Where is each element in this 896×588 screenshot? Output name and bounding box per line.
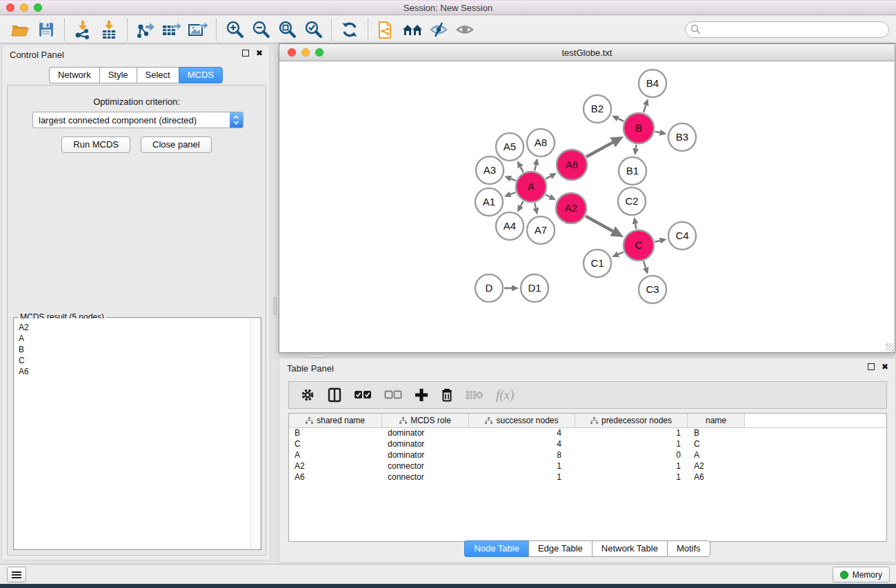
export-table-button[interactable] (159, 19, 185, 41)
zoom-out-button[interactable] (248, 19, 274, 41)
tab-mcds[interactable]: MCDS (179, 67, 223, 83)
graph-node-D1[interactable]: D1 (521, 274, 548, 302)
close-panel-icon[interactable]: ✖ (256, 50, 263, 57)
save-session-button[interactable] (33, 19, 59, 41)
export-image-button[interactable] (185, 19, 211, 41)
graph-node-B[interactable]: B (624, 113, 654, 143)
graph-node-A3[interactable]: A3 (476, 156, 504, 184)
mcds-result-item[interactable]: C (19, 355, 250, 366)
graph-edge-A-A7[interactable] (535, 203, 536, 207)
vertical-splitter-handle[interactable] (273, 297, 277, 315)
graph-edge-A-A1[interactable] (510, 192, 515, 194)
graph-edge-A-A3[interactable] (511, 179, 516, 181)
zoom-in-button[interactable] (221, 19, 248, 41)
column-header-predecessor-nodes[interactable]: predecessor nodes (575, 414, 688, 427)
result-scrollbar[interactable] (250, 318, 260, 549)
import-network-button[interactable] (70, 19, 96, 41)
show-columns-button[interactable] (328, 387, 341, 403)
network-canvas[interactable]: B4B2BB3A8A5A6A3B1AC2A1A2A4A7C4CC1DD1C3 (279, 61, 895, 352)
tab-style[interactable]: Style (99, 67, 137, 83)
graph-node-B2[interactable]: B2 (584, 95, 611, 123)
graph-node-C2[interactable]: C2 (618, 187, 646, 215)
table-row[interactable]: A6connector11A6 (289, 472, 886, 483)
column-header-shared-name[interactable]: shared name (289, 414, 382, 427)
graph-node-A8[interactable]: A8 (527, 129, 555, 156)
graph-edge-A-A2[interactable] (546, 194, 550, 196)
tab-node-table[interactable]: Node Table (464, 540, 528, 557)
graph-edge-B-B2[interactable] (618, 119, 624, 121)
run-mcds-button[interactable]: Run MCDS (61, 136, 130, 153)
tab-network[interactable]: Network (49, 67, 99, 83)
graph-edge-C-C2[interactable] (635, 224, 636, 230)
zoom-fit-button[interactable] (274, 19, 300, 41)
graph-node-C[interactable]: C (624, 230, 654, 261)
tab-edge-table[interactable]: Edge Table (528, 540, 592, 557)
graph-edge-C-C1[interactable] (618, 252, 624, 254)
table-row[interactable]: Bdominator41B (289, 428, 886, 439)
graph-node-A4[interactable]: A4 (496, 212, 524, 240)
graph-node-A6[interactable]: A6 (557, 150, 587, 180)
close-panel-button[interactable]: Close panel (141, 136, 212, 153)
graph-node-B3[interactable]: B3 (668, 123, 696, 151)
graph-edge-C-C3[interactable] (644, 261, 646, 268)
table-row[interactable]: Adominator80A (289, 450, 886, 461)
graph-node-A2[interactable]: A2 (556, 193, 586, 223)
mcds-result-list[interactable]: A2ABCA6 (14, 318, 260, 549)
tab-network-table[interactable]: Network Table (592, 540, 667, 557)
graph-node-D[interactable]: D (475, 274, 503, 302)
graph-edge-A-A4[interactable] (521, 201, 524, 206)
graph-edge-A2-C[interactable] (586, 216, 613, 232)
table-row[interactable]: Cdominator41C (289, 439, 886, 450)
graph-node-C4[interactable]: C4 (668, 222, 696, 250)
graph-node-B1[interactable]: B1 (619, 157, 646, 185)
column-header-name[interactable]: name (688, 414, 745, 427)
optimization-criterion-select[interactable]: largest connected component (directed) (32, 112, 243, 128)
graph-edge-A-A8[interactable] (535, 165, 536, 170)
graph-node-A5[interactable]: A5 (496, 133, 524, 161)
column-header-mcds-role[interactable]: MCDS role (382, 414, 469, 427)
graph-edge-A-A5[interactable] (521, 167, 524, 172)
export-network-button[interactable] (132, 19, 159, 41)
graph-edge-B-B3[interactable] (655, 132, 660, 132)
float-panel-icon[interactable] (242, 50, 249, 57)
tab-select[interactable]: Select (137, 67, 179, 83)
table-settings-button[interactable] (300, 387, 315, 403)
float-table-panel-icon[interactable] (868, 363, 875, 370)
graph-edge-A6-B[interactable] (586, 143, 613, 157)
zoom-selected-button[interactable] (300, 19, 326, 41)
close-table-panel-icon[interactable]: ✖ (882, 363, 888, 370)
mcds-result-item[interactable]: A2 (19, 322, 250, 333)
delete-column-button[interactable] (441, 387, 453, 403)
create-column-button[interactable] (415, 388, 428, 402)
home-networks-button[interactable] (399, 19, 426, 41)
column-header-successor-nodes[interactable]: successor nodes (469, 414, 575, 427)
mcds-result-item[interactable]: A (19, 333, 250, 344)
graph-edge-A-A6[interactable] (546, 176, 550, 179)
show-graphics-details-button[interactable] (452, 19, 478, 41)
deselect-all-button[interactable] (384, 390, 402, 400)
graph-edge-C-C4[interactable] (655, 241, 659, 242)
delete-table-button[interactable] (466, 389, 484, 401)
select-all-button[interactable] (354, 390, 372, 400)
graph-node-B4[interactable]: B4 (639, 70, 666, 97)
mcds-result-item[interactable]: A6 (19, 366, 250, 377)
function-builder-button[interactable]: f(x) (496, 387, 514, 403)
table-row[interactable]: A2connector11A2 (289, 461, 886, 472)
graph-node-A1[interactable]: A1 (475, 188, 503, 216)
graph-node-A[interactable]: A (516, 172, 546, 202)
graph-edge-B-B4[interactable] (644, 105, 646, 113)
graph-node-C1[interactable]: C1 (584, 250, 611, 277)
window-resize-grip[interactable] (886, 343, 894, 352)
task-history-button[interactable] (7, 567, 26, 582)
search-input[interactable] (701, 23, 888, 36)
graph-node-A7[interactable]: A7 (527, 216, 555, 244)
tab-motifs[interactable]: Motifs (667, 540, 710, 557)
network-graph[interactable]: B4B2BB3A8A5A6A3B1AC2A1A2A4A7C4CC1DD1C3 (279, 61, 895, 352)
graph-edge-B-B1[interactable] (636, 145, 637, 149)
hide-show-graphics-button[interactable] (426, 19, 452, 41)
network-from-file-button[interactable] (373, 19, 399, 41)
refresh-view-button[interactable] (337, 19, 363, 41)
graph-node-C3[interactable]: C3 (639, 276, 666, 303)
memory-button[interactable]: Memory (833, 567, 890, 582)
mcds-result-item[interactable]: B (19, 344, 250, 355)
